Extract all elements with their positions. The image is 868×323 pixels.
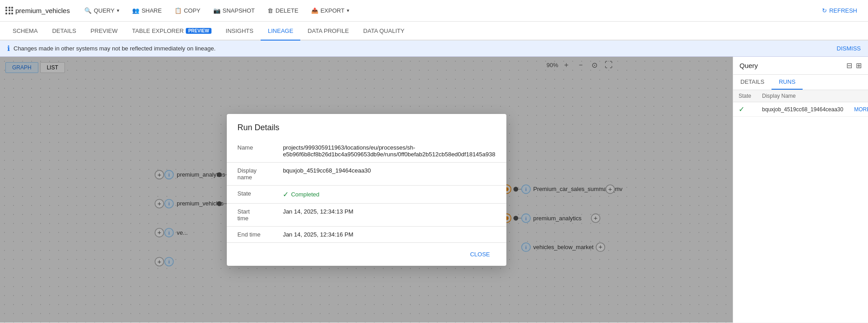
info-icon: ℹ [7,44,10,53]
completed-icon: ✓ [739,105,744,113]
run-state: ✓ [733,102,757,117]
chevron-down-icon: ▾ [347,8,349,14]
tab-details[interactable]: DETAILS [45,22,83,41]
toolbar: premium_vehicles 🔍 QUERY ▾ 👥 SHARE 📋 COP… [0,0,868,22]
chevron-down-icon: ▾ [117,8,119,14]
panel-minimize-button[interactable]: ⊟ [846,61,852,70]
field-value-start-time: Jan 14, 2025, 12:34:13 PM [272,203,506,226]
info-message: Changes made in other systems may not be… [14,45,216,52]
search-icon: 🔍 [84,7,92,14]
tab-lineage[interactable]: LINEAGE [261,22,300,41]
share-label: SHARE [142,7,162,14]
query-button[interactable]: 🔍 QUERY ▾ [79,5,125,17]
panel-divider [733,57,733,323]
modal-row-start-time: Start time Jan 14, 2025, 12:34:13 PM [227,203,506,226]
apps-icon [5,7,14,15]
delete-icon: 🗑 [267,7,273,14]
tab-bar: SCHEMA DETAILS PREVIEW TABLE EXPLORER PR… [0,22,868,41]
close-modal-button[interactable]: CLOSE [464,248,495,260]
right-panel: Query ⊟ ⊞ DETAILS RUNS State Display Nam… [733,57,868,323]
tab-schema[interactable]: SCHEMA [5,22,45,41]
tab-insights[interactable]: INSIGHTS [219,22,261,41]
field-value-end-time: Jan 14, 2025, 12:34:16 PM [272,226,506,242]
share-icon: 👥 [132,7,139,14]
col-state: State [733,90,757,102]
field-value-display-name: bquxjob_4519cc68_19464ceaa30 [272,162,506,185]
check-icon: ✓ [283,190,289,199]
run-display-name: bquxjob_4519cc68_19464ceaa30 [757,102,849,117]
panel-expand-button[interactable]: ⊞ [856,61,862,70]
copy-icon: 📋 [175,7,182,14]
table-row: ✓ bquxjob_4519cc68_19464ceaa30 MORE [733,102,868,117]
tab-data-quality[interactable]: DATA QUALITY [356,22,412,41]
dismiss-button[interactable]: DISMISS [837,45,861,52]
app-title-text: premium_vehicles [15,7,70,14]
export-icon: 📤 [311,7,318,14]
refresh-icon: ↻ [822,7,827,14]
col-display-name: Display Name [757,90,849,102]
modal-overlay: Run Details Name projects/999305911963/l… [0,57,733,323]
main-area: GRAPH LIST 90% ＋ － ⊙ ⛶ + i premium_analy… [0,57,868,323]
export-label: EXPORT [321,7,344,14]
refresh-button[interactable]: ↻ REFRESH [817,5,863,17]
modal-details-table: Name projects/999305911963/locations/eu/… [227,140,506,243]
field-label-name: Name [227,140,272,163]
copy-button[interactable]: 📋 COPY [169,5,206,17]
panel-tab-details[interactable]: DETAILS [733,75,772,90]
col-more [849,90,868,102]
field-label-end-time: End time [227,226,272,242]
query-label: QUERY [94,7,115,14]
app-title: premium_vehicles [15,7,70,14]
field-value-state: ✓ Completed [272,185,506,203]
panel-tabs: DETAILS RUNS [733,75,868,90]
tab-data-profile[interactable]: DATA PROFILE [300,22,356,41]
more-button[interactable]: MORE [854,106,868,113]
graph-area: GRAPH LIST 90% ＋ － ⊙ ⛶ + i premium_analy… [0,57,733,323]
preview-badge: PREVIEW [186,28,211,34]
field-label-display-name: Display name [227,162,272,185]
snapshot-label: SNAPSHOT [223,7,255,14]
panel-header: Query ⊟ ⊞ [733,57,868,75]
tab-preview[interactable]: PREVIEW [83,22,125,41]
export-button[interactable]: 📤 EXPORT ▾ [306,5,355,17]
modal-footer: CLOSE [227,243,506,266]
field-label-start-time: Start time [227,203,272,226]
modal-row-name: Name projects/999305911963/locations/eu/… [227,140,506,163]
refresh-label: REFRESH [829,7,857,14]
field-value-name: projects/999305911963/locations/eu/proce… [272,140,506,163]
modal-row-display-name: Display name bquxjob_4519cc68_19464ceaa3… [227,162,506,185]
field-label-state: State [227,185,272,203]
modal-title: Run Details [227,114,506,140]
share-button[interactable]: 👥 SHARE [127,5,167,17]
snapshot-button[interactable]: 📷 SNAPSHOT [208,5,261,17]
delete-label: DELETE [276,7,299,14]
runs-table: State Display Name ✓ bquxjob_4519cc68_19… [733,90,868,117]
run-more: MORE [849,102,868,117]
delete-button[interactable]: 🗑 DELETE [262,5,304,17]
panel-title: Query [739,62,758,69]
tab-table-explorer[interactable]: TABLE EXPLORER PREVIEW [125,22,219,41]
snapshot-icon: 📷 [213,7,220,14]
table-header-row: State Display Name [733,90,868,102]
copy-label: COPY [184,7,201,14]
modal-row-state: State ✓ Completed [227,185,506,203]
modal-row-end-time: End time Jan 14, 2025, 12:34:16 PM [227,226,506,242]
panel-header-icons: ⊟ ⊞ [846,61,862,70]
panel-tab-runs[interactable]: RUNS [772,75,803,90]
info-bar: ℹ Changes made in other systems may not … [0,41,868,57]
run-details-modal: Run Details Name projects/999305911963/l… [227,114,506,266]
